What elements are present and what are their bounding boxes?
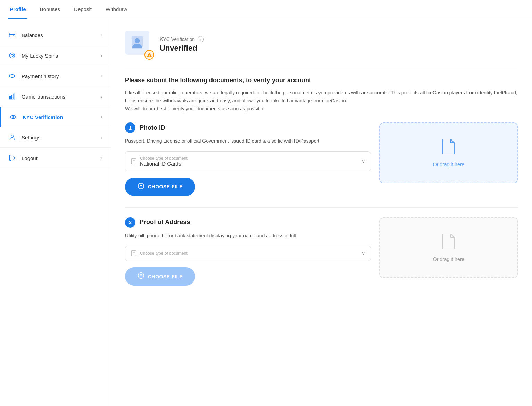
sidebar-item-payment-history[interactable]: Payment history › — [0, 66, 111, 86]
top-nav: Profile Bonuses Deposit Withdraw — [0, 0, 532, 19]
tab-bonuses[interactable]: Bonuses — [39, 0, 61, 19]
main-content: ! KYC Verification i Unverified Please s… — [111, 19, 532, 406]
section-title-proof-address: Proof of Address — [140, 219, 190, 226]
kyc-header: ! KYC Verification i Unverified — [125, 31, 518, 67]
upload-icon — [138, 183, 144, 191]
chevron-icon: › — [101, 155, 102, 161]
svg-point-9 — [11, 135, 14, 137]
logout-icon — [8, 154, 16, 162]
bar-chart-icon — [8, 93, 16, 100]
kyc-submit-title: Please submit the following documents, t… — [125, 77, 518, 84]
choose-file-label-2: CHOOSE FILE — [148, 274, 183, 279]
sidebar-label-logout: Logout — [22, 155, 38, 161]
section-num-1: 1 — [125, 122, 135, 133]
sidebar-label-kyc: KYC Verification — [23, 114, 63, 120]
drop-zone-1[interactable]: Or drag it here — [379, 122, 518, 183]
chevron-icon: › — [101, 94, 102, 99]
tab-withdraw[interactable]: Withdraw — [104, 0, 129, 19]
svg-rect-4 — [10, 96, 11, 99]
sidebar-item-settings[interactable]: Settings › — [0, 127, 111, 148]
chevron-down-icon-2: ∨ — [361, 251, 365, 256]
eye-icon — [9, 113, 17, 121]
lucky-icon — [8, 52, 16, 59]
dropdown-label-2: Choose type of document — [140, 251, 188, 256]
file-icon-2 — [442, 233, 456, 252]
sidebar-label-balances: Balances — [22, 32, 43, 38]
svg-rect-0 — [9, 33, 15, 37]
kyc-status: Unverified — [160, 44, 204, 53]
sidebar-item-game-transactions[interactable]: Game transactions › — [0, 86, 111, 107]
sidebar-item-logout[interactable]: Logout › — [0, 148, 111, 168]
sidebar-label-lucky-spins: My Lucky Spins — [22, 53, 58, 59]
chevron-down-icon: ∨ — [361, 159, 365, 164]
kyc-submit-desc: Like all licensed gambling operators, we… — [125, 89, 518, 113]
chevron-icon: › — [101, 53, 102, 58]
section-divider — [125, 207, 518, 208]
wallet-icon — [8, 31, 16, 39]
dropdown-label-1: Choose type of document — [140, 156, 188, 161]
svg-point-7 — [11, 115, 16, 118]
section-desc-proof-address: Utility bill, phone bill or bank stateme… — [125, 232, 371, 239]
dropdown-value-1: National ID Cards — [140, 161, 181, 167]
svg-text:!: ! — [149, 54, 150, 57]
chevron-icon: › — [101, 73, 102, 79]
kyc-label-text: KYC Verification — [160, 36, 195, 42]
drop-zone-text-1: Or drag it here — [433, 162, 464, 167]
svg-rect-6 — [14, 94, 15, 99]
doc-section-proof-address: 2 Proof of Address Utility bill, phone b… — [125, 217, 518, 286]
chevron-icon: › — [101, 114, 102, 120]
tab-deposit[interactable]: Deposit — [73, 0, 93, 19]
svg-point-12 — [135, 38, 140, 43]
drop-zone-text-2: Or drag it here — [433, 256, 464, 262]
sidebar: Balances › My Lucky Spins › Payment hist… — [0, 19, 111, 406]
warning-badge: ! — [144, 50, 154, 60]
svg-point-8 — [13, 116, 14, 118]
tab-profile[interactable]: Profile — [8, 0, 27, 19]
sidebar-item-balances[interactable]: Balances › — [0, 25, 111, 45]
history-icon — [8, 72, 16, 80]
doc-type-dropdown-1[interactable]: Choose type of document National ID Card… — [125, 151, 371, 171]
sidebar-item-kyc[interactable]: KYC Verification › — [0, 107, 111, 127]
upload-icon-2 — [138, 272, 144, 281]
svg-point-1 — [13, 35, 14, 36]
choose-file-button-1[interactable]: CHOOSE FILE — [125, 178, 195, 196]
section-num-2: 2 — [125, 217, 135, 228]
doc-type-dropdown-2[interactable]: Choose type of document ∨ — [125, 246, 371, 261]
page-layout: Balances › My Lucky Spins › Payment hist… — [0, 19, 532, 406]
choose-file-button-2[interactable]: CHOOSE FILE — [125, 267, 195, 286]
section-desc-photo-id: Passport, Driving License or official Go… — [125, 137, 371, 145]
section-title-photo-id: Photo ID — [140, 124, 165, 132]
info-icon[interactable]: i — [198, 36, 204, 42]
svg-point-2 — [10, 53, 15, 58]
sidebar-label-settings: Settings — [22, 135, 40, 141]
sidebar-label-game-transactions: Game transactions — [22, 94, 65, 100]
chevron-icon: › — [101, 135, 102, 140]
sidebar-label-payment-history: Payment history — [22, 73, 59, 79]
drop-zone-2[interactable]: Or drag it here — [379, 217, 518, 278]
chevron-icon: › — [101, 32, 102, 38]
file-icon-1 — [442, 138, 456, 158]
choose-file-label-1: CHOOSE FILE — [148, 184, 183, 189]
kyc-avatar: ! — [125, 31, 153, 58]
svg-rect-5 — [11, 95, 13, 99]
person-icon — [8, 134, 16, 141]
sidebar-item-lucky-spins[interactable]: My Lucky Spins › — [0, 45, 111, 66]
doc-section-photo-id: 1 Photo ID Passport, Driving License or … — [125, 122, 518, 196]
